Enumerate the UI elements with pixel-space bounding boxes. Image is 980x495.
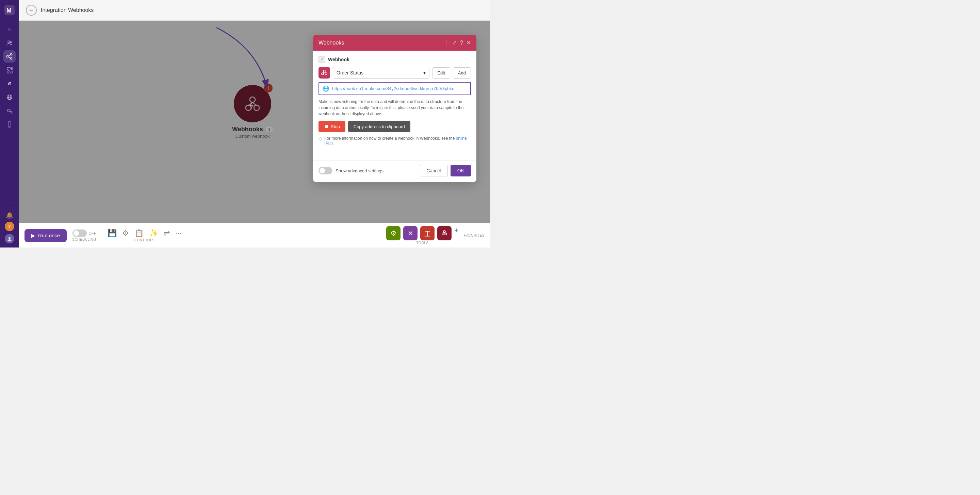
webhook-checkbox[interactable]: ✓: [318, 56, 325, 63]
advanced-settings-row: Show advanced settings: [318, 167, 383, 175]
scheduling-section-label: SCHEDULING: [72, 238, 96, 241]
modal-more-icon[interactable]: ⋮: [443, 40, 449, 46]
globe-icon: 🌐: [323, 85, 329, 92]
help-text-prefix: For more information on how to create a …: [324, 136, 456, 141]
svg-line-8: [8, 57, 10, 58]
tool-icon-orange[interactable]: ◫: [420, 226, 434, 240]
modal-title: Webhooks: [318, 40, 344, 46]
svg-point-5: [7, 56, 8, 57]
help-text-content: For more information on how to create a …: [324, 136, 471, 146]
run-once-label: Run once: [38, 233, 60, 238]
bar-divider-1: [102, 229, 102, 243]
sidebar-item-globe[interactable]: [3, 91, 16, 103]
info-text: Make is now listening for the data and w…: [318, 98, 471, 117]
notes-control-icon[interactable]: 📋: [134, 229, 143, 238]
app-logo[interactable]: M: [3, 4, 16, 16]
sidebar-notifications-bell[interactable]: 🔔: [6, 211, 13, 219]
svg-point-4: [11, 54, 12, 56]
svg-point-3: [11, 41, 12, 43]
dropdown-value: Order Status: [337, 70, 363, 76]
favorites-label: FAVORITES: [464, 233, 485, 237]
sidebar-avatar-orange[interactable]: ?: [5, 222, 14, 231]
webhook-service-icon: [318, 67, 330, 79]
help-text-row: ◇ For more information on how to create …: [318, 136, 471, 146]
svg-text:M: M: [6, 7, 11, 14]
play-icon: ▶: [31, 233, 35, 239]
stop-button[interactable]: ⏹ Stop: [318, 121, 345, 132]
copy-address-button[interactable]: Copy address to clipboard: [348, 121, 410, 132]
tools-section: ⚙ ✕ ◫ + TOOLS: [386, 226, 459, 245]
action-buttons-row: ⏹ Stop Copy address to clipboard: [318, 121, 471, 132]
sidebar-item-share[interactable]: [3, 50, 16, 63]
scheduling-section: OFF SCHEDULING: [72, 230, 96, 241]
svg-point-12: [8, 109, 10, 112]
modal-overlay: Webhooks ⋮ ⤢ ? ✕ ✓ Webhook: [19, 21, 490, 223]
svg-point-25: [443, 230, 445, 233]
webhooks-modal: Webhooks ⋮ ⤢ ? ✕ ✓ Webhook: [313, 35, 476, 182]
tool-icon-darkred[interactable]: [437, 226, 452, 240]
back-arrow-icon: ←: [29, 7, 34, 13]
modal-body: ✓ Webhook: [313, 51, 476, 156]
tool-icon-purple[interactable]: ✕: [403, 226, 417, 240]
svg-point-22: [323, 70, 325, 72]
stop-icon: ⏹: [324, 124, 329, 129]
add-tool-icon[interactable]: +: [454, 226, 459, 240]
webhook-section-row: ✓ Webhook: [318, 56, 471, 63]
sidebar-item-link[interactable]: [3, 78, 16, 90]
tool-icon-green[interactable]: ⚙: [386, 226, 401, 240]
scheduling-toggle[interactable]: [73, 230, 87, 237]
footer-buttons: Cancel OK: [420, 165, 471, 176]
svg-point-14: [9, 126, 10, 127]
webhook-section-label: Webhook: [328, 57, 350, 62]
dropdown-arrow-icon: ▾: [423, 70, 426, 76]
modal-expand-icon[interactable]: ⤢: [452, 40, 457, 46]
edit-button[interactable]: Edit: [432, 67, 450, 79]
sidebar-avatar-user[interactable]: [5, 234, 14, 243]
canvas-area: 1 Webhooks 1 Custom webhook: [19, 21, 490, 223]
modal-close-icon[interactable]: ✕: [466, 40, 471, 46]
run-once-button[interactable]: ▶ Run once: [24, 229, 67, 242]
page-header: ← Integration Webhooks: [19, 0, 490, 21]
webhook-name-dropdown[interactable]: Order Status ▾: [333, 67, 430, 79]
save-control-icon[interactable]: 💾: [108, 229, 117, 238]
modal-help-icon[interactable]: ?: [460, 40, 463, 46]
sidebar-item-puzzle[interactable]: [3, 64, 16, 76]
scheduling-off-label: OFF: [89, 231, 96, 235]
tools-label: TOOLS: [417, 241, 429, 245]
controls-icons: 💾 ⚙ 📋 ✨ ⇌ ···: [108, 229, 181, 238]
ok-button[interactable]: OK: [450, 165, 471, 176]
tools-icons-row: ⚙ ✕ ◫ +: [386, 226, 459, 240]
help-text-suffix: .: [333, 141, 334, 146]
back-button[interactable]: ←: [26, 5, 37, 16]
svg-point-2: [8, 41, 10, 43]
main-area: ← Integration Webhooks 1 Webho: [19, 0, 490, 248]
more-control-icon[interactable]: ···: [175, 229, 181, 238]
sidebar-item-more[interactable]: ···: [3, 197, 16, 209]
modal-footer: Show advanced settings Cancel OK: [313, 165, 476, 182]
sidebar-item-key[interactable]: [3, 105, 16, 117]
cancel-button[interactable]: Cancel: [420, 165, 448, 176]
flow-control-icon[interactable]: ⇌: [164, 229, 170, 238]
settings-control-icon[interactable]: ⚙: [122, 229, 129, 238]
favorites-section: FAVORITES: [464, 233, 485, 237]
stop-label: Stop: [331, 124, 340, 129]
more-dots-icon: ···: [7, 199, 12, 206]
controls-label: CONTROLS: [134, 238, 155, 242]
svg-line-7: [8, 55, 10, 56]
sidebar-item-mobile[interactable]: [3, 118, 16, 130]
sidebar: M ⌂: [0, 0, 19, 248]
add-button[interactable]: Add: [453, 67, 471, 79]
advanced-settings-toggle[interactable]: [318, 167, 332, 175]
webhook-dropdown-row: Order Status ▾ Edit Add: [318, 67, 471, 79]
bottom-bar: ▶ Run once OFF SCHEDULING 💾 ⚙ 📋 ✨ ⇌ ···: [19, 223, 490, 248]
webhook-url-text: https://hook.eu1.make.com/84y2sdmho6twcr…: [332, 86, 454, 91]
sidebar-item-home[interactable]: ⌂: [3, 23, 16, 35]
svg-point-15: [8, 237, 11, 239]
modal-header-icons: ⋮ ⤢ ? ✕: [443, 40, 471, 46]
sidebar-item-team[interactable]: [3, 37, 16, 49]
help-info-icon: ◇: [318, 136, 322, 141]
modal-header: Webhooks ⋮ ⤢ ? ✕: [313, 35, 476, 51]
webhook-url-row: 🌐 https://hook.eu1.make.com/84y2sdmho6tw…: [318, 82, 471, 95]
modal-divider: [313, 160, 476, 161]
magic-control-icon[interactable]: ✨: [149, 229, 158, 238]
